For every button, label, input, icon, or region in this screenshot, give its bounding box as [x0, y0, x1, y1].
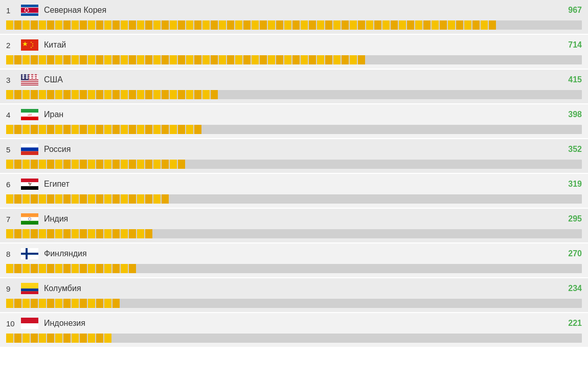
item-header-row: 4 الله Иран 398 [0, 104, 588, 125]
bar-track [6, 90, 582, 99]
bar-segments [6, 20, 497, 30]
country-value: 714 [556, 40, 582, 50]
country-name: Северная Корея [44, 6, 556, 15]
svg-rect-30 [21, 147, 38, 151]
item-header-row: 2 Китай 714 [0, 35, 588, 55]
bar-fill [6, 334, 133, 343]
list-item: 2 Китай 714 [0, 35, 588, 69]
country-name: Финляндия [44, 249, 556, 258]
bar-track [6, 334, 582, 343]
flag-icon [20, 4, 39, 16]
rank-number: 2 [6, 41, 20, 50]
list-item: 10 Индонезия 221 [0, 313, 588, 347]
item-header-row: 10 Индонезия 221 [0, 313, 588, 334]
bar-row [0, 299, 588, 312]
rank-number: 3 [6, 76, 20, 84]
item-header-row: 6 🦅 Египет 319 [0, 174, 588, 194]
flag-icon: ★★★★★★ ★★★★★ ★★★★★★ [20, 74, 39, 86]
country-value: 295 [556, 214, 582, 224]
list-item: 6 🦅 Египет 319 [0, 174, 588, 208]
bar-segments [6, 264, 137, 273]
svg-rect-1 [21, 8, 38, 13]
svg-text:★★★★★★: ★★★★★★ [21, 74, 39, 76]
country-value: 398 [556, 110, 582, 119]
bar-row [0, 229, 588, 242]
flag-icon [20, 143, 39, 156]
item-header-row: 1 Северная Корея 967 [0, 0, 588, 20]
country-name: Индонезия [44, 319, 556, 328]
rank-number: 4 [6, 110, 20, 119]
bar-segments [6, 90, 219, 99]
country-name: Колумбия [44, 284, 556, 293]
country-name: Индия [44, 214, 556, 224]
list-item: 4 الله Иран 398 [0, 104, 588, 138]
bar-fill [6, 55, 418, 64]
bar-row [0, 334, 588, 347]
svg-rect-25 [21, 109, 38, 113]
country-name: Иран [44, 110, 556, 119]
bar-segments [6, 229, 153, 238]
flag-icon [20, 317, 39, 329]
item-header-row: 3 ★★★★★★ ★★★★★ ★★★★★★ США 415 [0, 70, 588, 90]
bar-row [0, 20, 588, 34]
country-value: 221 [556, 319, 582, 328]
rank-number: 1 [6, 6, 20, 15]
svg-rect-26 [21, 117, 38, 120]
list-item: 8 Финляндия 270 [0, 243, 588, 277]
svg-rect-18 [21, 83, 38, 84]
svg-rect-45 [21, 289, 38, 292]
bar-fill [6, 194, 190, 204]
list-item: 5 Россия 352 [0, 139, 588, 173]
bar-fill [6, 160, 209, 169]
rank-number: 5 [6, 145, 20, 154]
bar-segments [6, 194, 170, 204]
bar-row [0, 194, 588, 208]
bar-segments [6, 334, 112, 343]
list-item: 3 ★★★★★★ ★★★★★ ★★★★★★ США 415 [0, 70, 588, 103]
bar-segments [6, 125, 202, 134]
country-name: Китай [44, 40, 556, 50]
flag-icon: 🦅 [20, 178, 39, 190]
svg-rect-39 [21, 221, 38, 225]
bar-track [6, 160, 582, 169]
svg-rect-43 [21, 253, 38, 255]
bar-row [0, 55, 588, 69]
flag-icon [20, 248, 39, 260]
bar-row [0, 125, 588, 138]
svg-rect-33 [21, 179, 38, 182]
country-name: Египет [44, 180, 556, 189]
bar-segments [6, 55, 366, 64]
country-value: 270 [556, 249, 582, 258]
bar-fill [6, 20, 563, 30]
bar-fill [6, 125, 236, 134]
flag-icon: الله [20, 108, 39, 121]
bar-row [0, 264, 588, 277]
item-header-row: 7 Индия 295 [0, 209, 588, 229]
svg-rect-46 [21, 292, 38, 295]
svg-text:الله: الله [28, 114, 32, 116]
rank-number: 6 [6, 180, 20, 189]
bar-track [6, 194, 582, 204]
svg-rect-2 [21, 7, 38, 8]
country-name: США [44, 75, 556, 84]
country-value: 352 [556, 145, 582, 154]
ranking-list: 1 Северная Корея 967 2 [0, 0, 588, 347]
bar-row [0, 160, 588, 173]
rank-number: 10 [6, 319, 20, 328]
bar-track [6, 299, 582, 308]
bar-fill [6, 229, 176, 238]
svg-rect-48 [21, 323, 38, 329]
flag-icon [20, 282, 39, 295]
flag-icon [20, 213, 39, 225]
bar-fill [6, 299, 141, 308]
svg-text:🦅: 🦅 [28, 182, 32, 186]
rank-number: 9 [6, 284, 20, 293]
country-name: Россия [44, 145, 556, 154]
flag-icon [20, 39, 39, 51]
bar-row [0, 90, 588, 103]
svg-rect-31 [21, 151, 38, 155]
bar-track [6, 20, 582, 30]
svg-rect-34 [21, 186, 38, 190]
svg-rect-19 [21, 84, 38, 85]
rank-number: 7 [6, 215, 20, 224]
